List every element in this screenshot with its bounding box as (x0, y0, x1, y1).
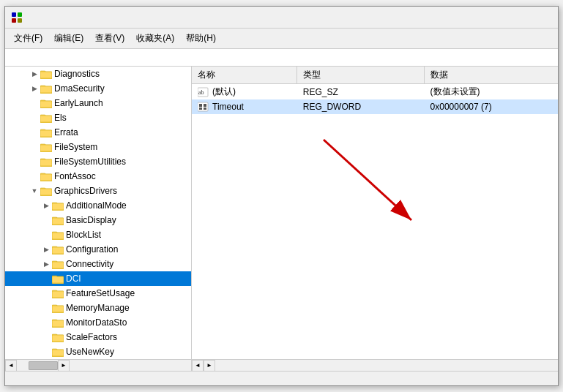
registry-tree[interactable]: ▶ Diagnostics▶ DmaSecurity EarlyLaunch E… (5, 67, 192, 359)
expand-icon[interactable]: ▶ (29, 68, 40, 80)
menu-item-帮助(H)[interactable]: 帮助(H) (180, 30, 222, 47)
tree-item-Errata[interactable]: Errata (5, 125, 191, 140)
expand-icon[interactable] (40, 229, 52, 241)
value-data-cell: 0x00000007 (7) (424, 99, 557, 114)
folder-icon (52, 303, 64, 313)
expand-icon[interactable] (40, 273, 52, 284)
svg-rect-0 (12, 12, 16, 17)
expand-icon[interactable] (40, 302, 52, 314)
expand-icon[interactable] (40, 287, 52, 299)
expand-icon[interactable]: ▶ (40, 200, 52, 211)
col-name[interactable]: 名称 (192, 67, 297, 84)
svg-rect-30 (40, 159, 52, 166)
tree-item-DCI[interactable]: DCI (5, 271, 191, 286)
expand-icon[interactable] (29, 112, 40, 124)
tree-scrollbar-thumb[interactable] (29, 361, 58, 370)
scroll-right-arrow-right[interactable]: ► (204, 360, 215, 372)
scroll-left-arrow[interactable]: ◄ (5, 360, 17, 372)
scroll-left-arrow-right[interactable]: ◄ (192, 360, 204, 372)
tree-item-FileSystem[interactable]: FileSystem (5, 140, 191, 154)
value-name-cell: Timeout (192, 99, 297, 114)
expand-icon[interactable] (40, 346, 52, 358)
svg-rect-3 (18, 18, 22, 23)
tree-item-BasicDisplay[interactable]: BasicDisplay (5, 213, 191, 227)
svg-rect-50 (52, 233, 64, 239)
folder-icon (52, 215, 64, 225)
tree-item-FileSystemUtilities[interactable]: FileSystemUtilities (5, 154, 191, 169)
expand-icon[interactable]: ▶ (40, 244, 52, 255)
scroll-right-arrow[interactable]: ► (58, 360, 70, 372)
folder-icon (52, 332, 64, 342)
tree-item-Diagnostics[interactable]: ▶ Diagnostics (5, 67, 191, 81)
tree-item-DmaSecurity[interactable]: ▶ DmaSecurity (5, 81, 191, 96)
svg-rect-78 (52, 335, 64, 342)
expand-icon[interactable] (40, 214, 52, 226)
tree-item-FontAssoc[interactable]: FontAssoc (5, 169, 191, 184)
tree-item-FeatureSetUsage[interactable]: FeatureSetUsage (5, 286, 191, 301)
close-button[interactable] (518, 7, 552, 29)
svg-rect-99 (199, 108, 202, 110)
svg-rect-82 (52, 350, 64, 356)
menu-item-编辑(E)[interactable]: 编辑(E) (48, 30, 89, 47)
table-row[interactable]: ab (默认)REG_SZ(数值未设置) (192, 84, 558, 100)
tree-item-Els[interactable]: Els (5, 110, 191, 125)
tree-item-GraphicsDrivers[interactable]: ▼ GraphicsDrivers (5, 184, 191, 198)
value-type-cell: REG_SZ (297, 84, 424, 100)
tree-item-ScaleFactors[interactable]: ScaleFactors (5, 330, 191, 344)
expand-icon[interactable] (29, 127, 40, 138)
tree-item-Connectivity[interactable]: ▶ Connectivity (5, 257, 191, 271)
menu-item-文件(F)[interactable]: 文件(F) (8, 30, 48, 47)
status-bar (5, 371, 558, 385)
value-name: (默认) (212, 86, 236, 97)
tree-item-label: FeatureSetUsage (66, 288, 135, 298)
table-row[interactable]: TimeoutREG_DWORD0x00000007 (7) (192, 99, 558, 114)
tree-item-EarlyLaunch[interactable]: EarlyLaunch (5, 96, 191, 110)
registry-value-icon (198, 102, 209, 112)
expand-icon[interactable] (40, 317, 52, 328)
tree-scrollbar[interactable]: ◄ ► (5, 360, 192, 371)
maximize-button[interactable] (483, 7, 517, 29)
folder-icon (40, 83, 52, 94)
svg-rect-2 (12, 18, 16, 23)
tree-item-MonitorDataSto[interactable]: MonitorDataSto (5, 315, 191, 330)
tree-item-label: Els (54, 113, 67, 123)
folder-icon (40, 69, 52, 79)
tree-item-label: DmaSecurity (54, 83, 105, 94)
menu-bar: 文件(F)编辑(E)查看(V)收藏夹(A)帮助(H) (5, 29, 558, 49)
values-scrollbar[interactable]: ◄ ► (192, 360, 558, 371)
expand-icon[interactable] (29, 141, 40, 153)
tree-item-label: FileSystemUtilities (54, 157, 126, 167)
menu-item-收藏夹(A)[interactable]: 收藏夹(A) (130, 30, 180, 47)
tree-item-UseNewKey[interactable]: UseNewKey (5, 344, 191, 359)
registry-editor-window: 文件(F)编辑(E)查看(V)收藏夹(A)帮助(H) ▶ Diagnostics… (4, 6, 559, 386)
col-type[interactable]: 类型 (297, 67, 424, 84)
expand-icon[interactable] (29, 97, 40, 109)
tree-item-label: DCI (66, 274, 81, 284)
address-bar (5, 49, 558, 67)
tree-item-AdditionalMode[interactable]: ▶ AdditionalMode (5, 198, 191, 213)
svg-rect-22 (40, 130, 52, 137)
svg-rect-62 (52, 276, 64, 283)
expand-icon[interactable]: ▶ (40, 258, 52, 270)
value-data-cell: (数值未设置) (424, 84, 557, 100)
folder-icon (52, 200, 64, 211)
folder-icon (52, 259, 64, 269)
expand-icon[interactable] (29, 156, 40, 167)
folder-icon (52, 244, 64, 255)
folder-icon (52, 230, 64, 240)
col-data[interactable]: 数据 (424, 67, 557, 84)
svg-rect-97 (199, 104, 202, 107)
expand-icon[interactable] (29, 170, 40, 182)
expand-icon[interactable] (40, 331, 52, 343)
menu-item-查看(V)[interactable]: 查看(V) (89, 30, 130, 47)
tree-item-MemoryManage[interactable]: MemoryManage (5, 301, 191, 315)
tree-item-label: Connectivity (66, 259, 113, 269)
svg-rect-58 (52, 262, 64, 268)
expand-icon[interactable]: ▼ (29, 185, 40, 197)
tree-item-Configuration[interactable]: ▶ Configuration (5, 242, 191, 257)
minimize-button[interactable] (448, 7, 482, 29)
tree-item-BlockList[interactable]: BlockList (5, 227, 191, 242)
svg-line-92 (324, 140, 411, 220)
value-name-cell: ab (默认) (192, 84, 297, 100)
expand-icon[interactable]: ▶ (29, 83, 40, 94)
